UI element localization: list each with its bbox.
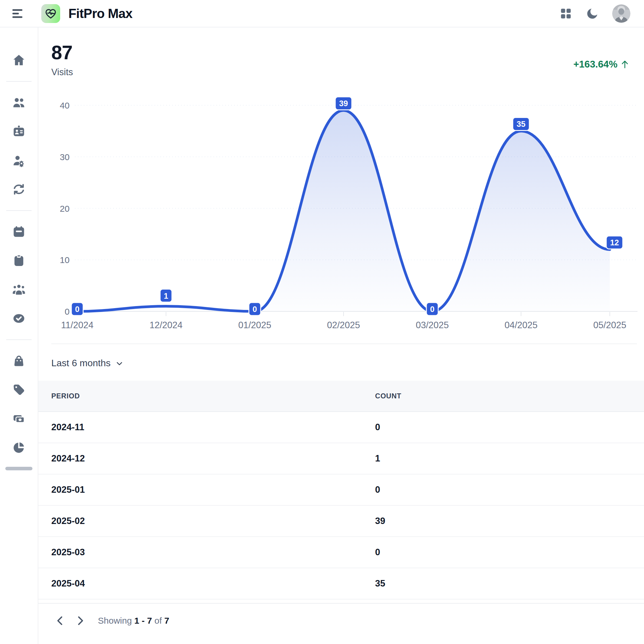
- sidebar-item-clipboard[interactable]: [12, 254, 26, 267]
- change-badge: +163.64%: [573, 59, 630, 70]
- tag-icon: [12, 383, 26, 397]
- people-group-icon: [12, 283, 26, 296]
- visits-label: Visits: [51, 67, 73, 78]
- pagination-status: Showing 1 - 7 of 7: [98, 616, 169, 626]
- count-cell: 35: [375, 578, 644, 589]
- dark-mode-toggle[interactable]: [586, 7, 599, 20]
- column-header-period: PERIOD: [38, 392, 375, 400]
- column-header-count: COUNT: [375, 392, 644, 400]
- svg-text:1: 1: [164, 292, 168, 300]
- sidebar-scroll-indicator[interactable]: [5, 467, 32, 470]
- arrow-up-icon: [620, 59, 630, 69]
- period-cell: 2025-04: [38, 578, 375, 589]
- table-header-row: PERIODCOUNT: [38, 381, 644, 412]
- sidebar-divider: [6, 81, 32, 82]
- sidebar-item-circle-check[interactable]: [12, 312, 26, 325]
- home-icon: [12, 53, 26, 67]
- svg-text:30: 30: [60, 152, 70, 162]
- sidebar-divider: [6, 210, 32, 211]
- sidebar-item-home[interactable]: [12, 53, 26, 67]
- table-row: 2025-0239: [38, 506, 644, 537]
- svg-text:0: 0: [75, 305, 79, 314]
- user-avatar[interactable]: [612, 4, 630, 23]
- avatar-photo: [612, 4, 630, 23]
- app-logo: [41, 4, 60, 23]
- sidebar-divider: [6, 339, 32, 340]
- svg-text:10: 10: [60, 255, 70, 265]
- count-cell: 0: [375, 422, 644, 433]
- panel-left-icon: [11, 6, 25, 21]
- chart-pie-icon: [12, 441, 26, 454]
- period-cell: 2025-03: [38, 547, 375, 558]
- svg-text:01/2025: 01/2025: [238, 320, 271, 330]
- sidebar-item-sync[interactable]: [12, 183, 26, 196]
- period-cell: 2024-11: [38, 422, 375, 433]
- table-row: 2025-030: [38, 537, 644, 568]
- svg-text:35: 35: [517, 120, 525, 129]
- period-cell: 2025-02: [38, 516, 375, 526]
- sidebar-item-bag[interactable]: [12, 354, 26, 368]
- pagination-range: 1 - 7: [134, 616, 152, 625]
- svg-text:12: 12: [610, 238, 619, 247]
- visits-table: PERIODCOUNT2024-1102024-1212025-0102025-…: [38, 381, 644, 604]
- app-root: FitPro Max: [0, 0, 644, 644]
- chevron-left-icon: [54, 615, 66, 627]
- visits-line-chart: 01020304011/202412/202401/202502/202503/…: [51, 97, 638, 333]
- table-row: 2024-110: [38, 412, 644, 443]
- moon-icon: [586, 7, 599, 20]
- main-content: 87 Visits +163.64% 01020304011/202412/20…: [38, 27, 644, 644]
- count-cell: 0: [375, 547, 644, 558]
- count-cell: 1: [375, 453, 644, 464]
- period-cell: 2025-01: [38, 484, 375, 495]
- clipboard-icon: [12, 254, 26, 267]
- apps-grid-button[interactable]: [559, 7, 573, 20]
- sidebar-item-money[interactable]: [12, 412, 26, 425]
- sidebar-nav: [0, 27, 38, 644]
- visits-count: 87: [51, 43, 73, 62]
- circle-check-icon: [12, 312, 26, 325]
- pagination-total: 7: [164, 616, 169, 625]
- period-filter-dropdown[interactable]: Last 6 months: [51, 357, 124, 369]
- sync-icon: [12, 183, 26, 196]
- svg-text:02/2025: 02/2025: [327, 320, 360, 330]
- sidebar-item-calendar[interactable]: [12, 225, 26, 239]
- sidebar-item-tag[interactable]: [12, 383, 26, 397]
- svg-text:0: 0: [430, 305, 434, 314]
- change-percent: +163.64%: [573, 59, 617, 70]
- sidebar-item-users[interactable]: [12, 96, 26, 109]
- sidebar-item-id-badge[interactable]: [12, 125, 26, 138]
- app-header: FitPro Max: [0, 0, 644, 27]
- id-badge-icon: [12, 125, 26, 138]
- divider: [51, 344, 637, 344]
- table-row: 2024-121: [38, 443, 644, 474]
- page-title: FitPro Max: [68, 6, 132, 21]
- svg-text:39: 39: [339, 99, 348, 108]
- svg-text:20: 20: [60, 204, 70, 213]
- clipped-table-row: [38, 599, 644, 604]
- previous-page-button[interactable]: [54, 615, 66, 627]
- count-cell: 39: [375, 516, 644, 526]
- table-row: 2025-0435: [38, 568, 644, 599]
- svg-text:0: 0: [252, 305, 257, 314]
- svg-text:05/2025: 05/2025: [593, 320, 626, 330]
- chevron-down-icon: [115, 359, 124, 368]
- users-icon: [12, 96, 26, 109]
- bag-icon: [12, 354, 26, 368]
- money-icon: [12, 412, 26, 425]
- svg-text:03/2025: 03/2025: [416, 320, 449, 330]
- period-filter-label: Last 6 months: [51, 358, 111, 369]
- pagination-bar: Showing 1 - 7 of 7: [38, 604, 644, 638]
- sidebar-toggle-button[interactable]: [11, 6, 25, 21]
- next-page-button[interactable]: [74, 615, 86, 627]
- table-row: 2025-010: [38, 474, 644, 506]
- count-cell: 0: [375, 484, 644, 495]
- period-cell: 2024-12: [38, 453, 375, 464]
- calendar-icon: [12, 225, 26, 239]
- sidebar-item-chart-pie[interactable]: [12, 441, 26, 454]
- svg-text:40: 40: [60, 101, 70, 110]
- sidebar-item-user-gear[interactable]: [12, 154, 26, 167]
- heart-pulse-icon: [44, 7, 57, 20]
- chevron-right-icon: [74, 615, 86, 627]
- sidebar-item-people-group[interactable]: [12, 283, 26, 296]
- svg-text:12/2024: 12/2024: [149, 320, 183, 330]
